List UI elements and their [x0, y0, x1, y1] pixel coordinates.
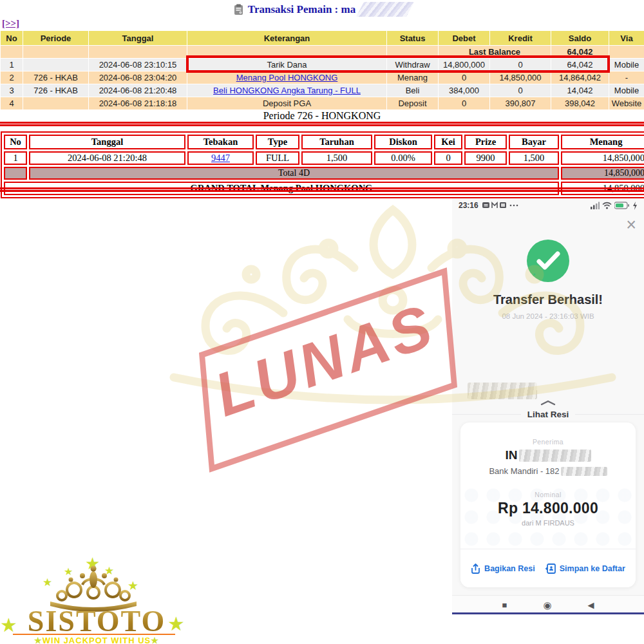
- col-header-no: No: [1, 31, 23, 46]
- col-header-tanggal: Tanggal: [89, 31, 187, 46]
- transfer-success-title: Transfer Berhasil!: [452, 292, 644, 307]
- save-to-list-button[interactable]: Simpan ke Daftar: [545, 564, 625, 574]
- add-contact-icon: [545, 564, 556, 574]
- status-badge: Beli: [387, 84, 439, 97]
- bet-row: 1 2024-06-08 21:20:48 9447 FULL 1,500 0.…: [4, 151, 644, 165]
- period-title: Periode 726 - HONGKONG: [0, 110, 644, 122]
- stamp-text: LUNAS: [187, 283, 462, 437]
- page-title-bar: Transaksi Pemain : ma: [0, 2, 644, 17]
- transfer-timestamp: 08 Jun 2024 - 23:16:03 WIB: [452, 312, 644, 320]
- red-divider: [0, 187, 644, 192]
- clipboard-icon: [234, 4, 243, 15]
- battery-icon: [614, 202, 630, 209]
- col-header-debet: Debet: [439, 31, 490, 46]
- charging-icon: [632, 202, 638, 210]
- col-header-saldo: Saldo: [551, 31, 609, 46]
- sheet-handle-label: Lihat Resi: [521, 410, 576, 419]
- recents-button[interactable]: ■: [502, 600, 507, 610]
- keterangan-cell: Tarik Dana: [187, 59, 387, 71]
- penerima-label: Penerima: [460, 438, 636, 446]
- keterangan-link[interactable]: Menang Pool HONGKONG: [236, 73, 338, 82]
- home-button[interactable]: ◉: [543, 600, 551, 611]
- col-header-periode: Periode: [23, 31, 89, 46]
- tebakan-link[interactable]: 9447: [211, 153, 230, 163]
- success-check-icon: [527, 240, 569, 282]
- share-icon: [471, 564, 480, 574]
- censored-recipient: [519, 450, 591, 462]
- col-header-keterangan: Keterangan: [187, 31, 387, 46]
- page: Transaksi Pemain : ma [>>] No Periode Ta…: [0, 0, 644, 644]
- brand-logo: ★ ★ ★ ★ ★ ★ ★: [0, 553, 193, 644]
- signal-icon: [591, 202, 600, 209]
- table-row: 4 2024-06-08 21:18:18 Deposit PGA Deposi…: [1, 97, 644, 110]
- total-label: Total 4D: [29, 167, 559, 180]
- chevron-up-icon: [540, 400, 556, 406]
- brand-underline: [13, 634, 175, 635]
- receipt-sheet-handle[interactable]: Lihat Resi: [452, 397, 644, 420]
- table-row: 1 2024-06-08 23:10:15 Tarik Dana Withdra…: [1, 59, 644, 71]
- table-row: 2 726 - HKAB 2024-06-08 23:04:20 Menang …: [1, 71, 644, 84]
- back-button[interactable]: ◀: [587, 600, 594, 610]
- censored-player-name: [356, 2, 414, 17]
- recipient-name: IN: [506, 448, 518, 462]
- stamp-border: [199, 267, 457, 472]
- col-header-kredit: Kredit: [490, 31, 551, 46]
- col-header-status: Status: [387, 31, 439, 46]
- status-badge: Menang: [387, 71, 439, 84]
- phone-bottom-border: [452, 612, 644, 614]
- total-value: 14,850,000: [561, 167, 644, 180]
- transactions-table: No Periode Tanggal Keterangan Status Deb…: [0, 30, 644, 110]
- page-title: Transaksi Pemain : ma: [248, 3, 355, 16]
- nominal-label: Nominal: [460, 491, 636, 498]
- brand-tagline: ★WIN JACKPOT WITH US★: [8, 636, 185, 644]
- col-header-via: Via: [609, 31, 644, 46]
- table-header-row: No Periode Tanggal Keterangan Status Deb…: [1, 31, 644, 46]
- star-icon: ★: [151, 636, 159, 644]
- phone-screenshot: 23:16: [452, 194, 644, 614]
- android-nav-bar: ■ ◉ ◀: [452, 595, 644, 614]
- keterangan-cell: Deposit PGA: [187, 97, 387, 110]
- close-icon[interactable]: ×: [626, 216, 636, 234]
- status-badge: Deposit: [387, 97, 439, 110]
- bet-header-row: No Tanggal Tebakan Type Taruhan Diskon K…: [4, 135, 644, 149]
- share-receipt-button[interactable]: Bagikan Resi: [471, 564, 535, 574]
- keterangan-link[interactable]: Beli HONGKONG Angka Tarung - FULL: [213, 86, 361, 95]
- total-row: Total 4D 14,850,000: [4, 167, 644, 180]
- status-badge: Withdraw: [387, 59, 439, 71]
- red-divider: [0, 122, 644, 126]
- last-balance-row: Last Balance 64,042: [1, 46, 644, 59]
- star-icon: ★: [34, 636, 43, 644]
- recipient-bank: Bank Mandiri - 182: [489, 466, 559, 476]
- transfer-amount: Rp 14.800.000: [460, 500, 636, 517]
- receipt-card: Penerima IN Bank Mandiri - 182 Nominal R…: [460, 422, 636, 587]
- last-balance-value: 64,042: [551, 46, 609, 59]
- phone-status-bar: 23:16: [452, 197, 644, 214]
- last-balance-label: Last Balance: [439, 46, 551, 59]
- lunas-stamp: LUNAS: [178, 258, 478, 482]
- status-time: 23:16: [459, 201, 478, 210]
- wifi-icon: [602, 202, 612, 209]
- next-page-link[interactable]: [>>]: [2, 18, 19, 29]
- transfer-sender: dari M FIRDAUS: [460, 519, 636, 527]
- censored-account: [561, 467, 607, 476]
- notification-icons: [482, 202, 522, 210]
- table-row: 3 726 - HKAB 2024-06-08 21:20:48 Beli HO…: [1, 84, 644, 97]
